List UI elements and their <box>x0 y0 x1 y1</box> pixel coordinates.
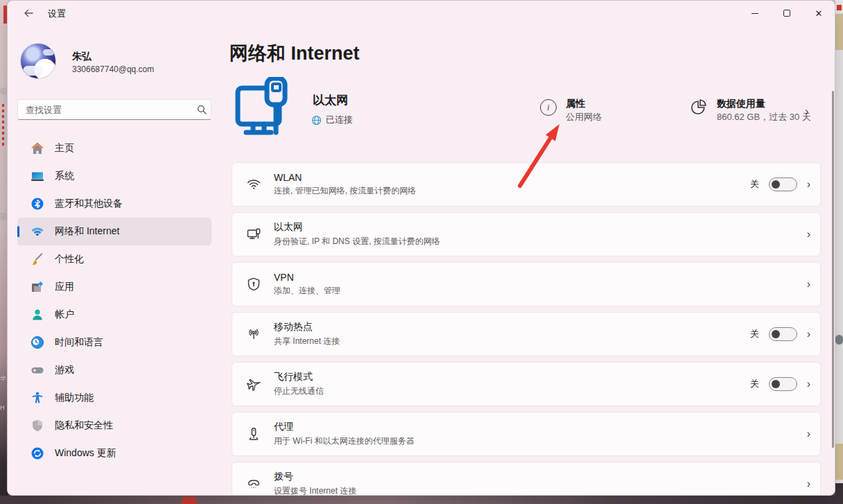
vpn-shield-icon <box>243 277 264 292</box>
row-title: 拨号 <box>274 471 356 483</box>
settings-row-wlan[interactable]: WLAN 连接, 管理已知网络, 按流量计费的网络 关 › <box>232 162 821 207</box>
data-usage-label: 数据使用量 <box>717 98 811 109</box>
avatar[interactable] <box>20 43 56 79</box>
info-icon: i <box>540 99 557 116</box>
sidebar-item-windows-update[interactable]: Windows 更新 <box>17 440 211 467</box>
sidebar-item-label: 游戏 <box>55 364 74 376</box>
settings-row-proxy[interactable]: 代理 用于 Wi-Fi 和以太网连接的代理服务器 › <box>232 412 821 456</box>
sidebar-item-system[interactable]: 系统 <box>17 162 211 190</box>
chevron-right-icon: › <box>807 328 813 340</box>
sidebar-item-network[interactable]: 网络和 Internet <box>17 218 211 245</box>
search-input[interactable] <box>18 105 193 115</box>
properties-value: 公用网络 <box>566 111 602 123</box>
sidebar-item-privacy[interactable]: 隐私和安全性 <box>17 412 211 440</box>
sidebar-item-personalization[interactable]: 个性化 <box>17 245 211 273</box>
sidebar-item-label: 主页 <box>55 142 74 155</box>
row-title: WLAN <box>274 172 416 183</box>
sidebar-item-label: 网络和 Internet <box>55 225 119 238</box>
wlan-icon <box>243 177 264 192</box>
chevron-right-icon: › <box>807 278 813 290</box>
chevron-right-icon: › <box>807 428 813 440</box>
desktop-icon-label: H <box>0 404 5 411</box>
user-email: 3306687740@qq.com <box>72 64 154 74</box>
scrollbar-thumb[interactable] <box>832 91 834 448</box>
avatar-detail <box>23 66 44 76</box>
search-icon <box>193 105 211 114</box>
hotspot-toggle[interactable] <box>769 327 797 341</box>
row-subtitle: 停止无线通信 <box>274 385 324 397</box>
pie-chart-icon <box>690 98 708 116</box>
back-button[interactable] <box>17 3 40 23</box>
airplane-toggle[interactable] <box>769 377 797 391</box>
sidebar-item-gaming[interactable]: 游戏 <box>17 356 211 384</box>
globe-icon <box>311 115 322 125</box>
wifi-icon <box>31 225 44 238</box>
dialup-phone-icon <box>243 476 264 492</box>
toggle-knob <box>772 180 780 189</box>
avatar-detail <box>43 49 54 55</box>
bluetooth-icon <box>31 197 44 211</box>
settings-row-vpn[interactable]: VPN 添加、连接、管理 › <box>232 262 821 306</box>
clock-globe-icon <box>31 336 44 349</box>
desktop-fragment <box>835 14 843 50</box>
chevron-right-icon: › <box>807 378 813 390</box>
data-usage-button[interactable]: 数据使用量 860.62 GB，过去 30 天 <box>690 98 811 123</box>
desktop-fragment <box>182 497 197 504</box>
sidebar-item-accessibility[interactable]: 辅助功能 <box>17 384 211 412</box>
minimize-button[interactable] <box>739 1 771 26</box>
minimize-icon <box>751 13 758 14</box>
chevron-right-icon: › <box>807 178 813 191</box>
toggle-knob <box>772 330 780 338</box>
paintbrush-icon <box>31 252 44 266</box>
sidebar-item-bluetooth[interactable]: 蓝牙和其他设备 <box>17 190 211 218</box>
row-title: 移动热点 <box>274 321 340 333</box>
properties-button[interactable]: i 属性 公用网络 <box>540 98 602 123</box>
search-box[interactable] <box>17 99 211 120</box>
chevron-right-icon: › <box>807 478 813 490</box>
desktop-fragment <box>837 5 842 10</box>
maximize-button[interactable] <box>771 1 803 26</box>
desktop-fragment <box>2 104 4 146</box>
desktop-icon-label: 华 <box>0 374 6 383</box>
settings-row-dialup[interactable]: 拨号 设置拨号 Internet 连接 › <box>232 462 821 496</box>
sidebar-nav: 主页 系统 蓝牙和其他设备 网络和 Internet 个性化 应用 <box>17 134 211 467</box>
airplane-icon <box>243 376 264 392</box>
toggle-state-label: 关 <box>750 178 759 191</box>
back-arrow-icon <box>23 8 34 19</box>
sidebar-item-label: 蓝牙和其他设备 <box>55 198 123 210</box>
sidebar-item-apps[interactable]: 应用 <box>17 273 211 301</box>
wlan-toggle[interactable] <box>769 177 797 191</box>
chevron-right-icon: › <box>807 228 813 241</box>
chevron-right-icon[interactable]: › <box>805 105 809 119</box>
settings-row-airplane-mode[interactable]: 飞行模式 停止无线通信 关 › <box>232 362 821 406</box>
connection-status: 已连接 <box>311 114 353 126</box>
close-button[interactable]: ✕ <box>803 1 835 26</box>
desktop-fragment <box>835 444 843 480</box>
sidebar-item-home[interactable]: 主页 <box>17 134 211 162</box>
row-title: 代理 <box>274 421 415 433</box>
desktop-background: 网 致 华 H 设置 ✕ <box>0 0 843 504</box>
proxy-icon <box>243 426 264 442</box>
sidebar-item-accounts[interactable]: 帐户 <box>17 301 211 329</box>
desktop-wallpaper-bottom <box>0 496 843 504</box>
titlebar[interactable]: 设置 ✕ <box>8 1 835 26</box>
home-icon <box>31 141 44 155</box>
window-title: 设置 <box>48 8 66 20</box>
maximize-icon <box>783 10 790 17</box>
row-title: 飞行模式 <box>274 371 324 383</box>
properties-label: 属性 <box>566 98 602 109</box>
sidebar-item-label: 应用 <box>55 281 74 293</box>
settings-window: 设置 ✕ 朱弘 3306687740@qq.com 主页 <box>7 0 835 496</box>
sidebar-item-label: 隐私和安全性 <box>55 419 113 432</box>
sidebar-item-time-language[interactable]: 时间和语言 <box>17 329 211 356</box>
account-icon <box>31 308 44 322</box>
system-icon <box>31 169 44 183</box>
ethernet-hero-icon <box>232 77 299 141</box>
page-title: 网络和 Internet <box>229 41 360 66</box>
settings-row-hotspot[interactable]: 移动热点 共享 Internet 连接 关 › <box>232 312 821 356</box>
row-subtitle: 身份验证, IP 和 DNS 设置, 按流量计费的网络 <box>274 236 440 247</box>
sidebar-item-label: 个性化 <box>55 253 84 266</box>
settings-row-ethernet[interactable]: 以太网 身份验证, IP 和 DNS 设置, 按流量计费的网络 › <box>232 212 821 257</box>
row-subtitle: 设置拨号 Internet 连接 <box>274 485 356 496</box>
row-title: 以太网 <box>274 221 440 234</box>
